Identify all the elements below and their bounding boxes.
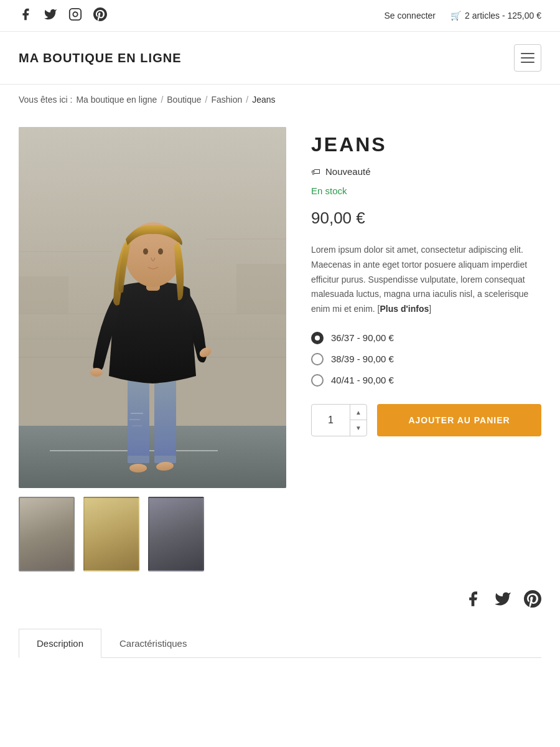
top-bar: Se connecter 🛒 2 articles - 125,00 € [0, 0, 560, 32]
svg-point-22 [158, 248, 163, 255]
size-option-1[interactable]: 36/37 - 90,00 € [311, 332, 541, 344]
social-icons [19, 7, 107, 24]
tag-icon: 🏷 [311, 166, 320, 177]
size-label-2: 38/39 - 90,00 € [331, 354, 394, 364]
product-price: 90,00 € [311, 209, 541, 228]
tabs-row: Description Caractéristiques [19, 629, 541, 658]
svg-point-17 [90, 368, 103, 377]
svg-rect-0 [70, 9, 81, 20]
hamburger-line [521, 57, 534, 59]
svg-rect-9 [154, 376, 176, 463]
product-title: JEANS [311, 133, 541, 156]
quantity-value: 1 [312, 415, 350, 426]
svg-rect-13 [128, 456, 149, 463]
product-tag: 🏷 Nouveauté [311, 166, 541, 177]
instagram-icon[interactable] [68, 7, 82, 24]
login-link[interactable]: Se connecter [385, 11, 436, 21]
hamburger-menu[interactable] [514, 44, 541, 72]
share-pinterest-icon[interactable] [524, 590, 541, 610]
product-description: Lorem ipsum dolor sit amet, consectetur … [311, 243, 541, 317]
share-row [0, 590, 560, 610]
breadcrumb-sep: / [246, 95, 248, 105]
breadcrumb: Vous êtes ici : Ma boutique en ligne / B… [0, 85, 560, 115]
size-option-2[interactable]: 38/39 - 90,00 € [311, 353, 541, 365]
product-section: JEANS 🏷 Nouveauté En stock 90,00 € Lorem… [0, 115, 560, 590]
main-product-image[interactable] [19, 127, 286, 488]
share-facebook-icon[interactable] [464, 590, 482, 610]
stock-status: En stock [311, 186, 541, 196]
facebook-icon[interactable] [19, 7, 32, 24]
breadcrumb-current: Jeans [252, 95, 275, 105]
thumbnail-3[interactable] [148, 497, 204, 571]
thumbnail-2[interactable] [83, 497, 139, 571]
size-label-1: 36/37 - 90,00 € [331, 332, 394, 343]
tab-characteristics[interactable]: Caractéristiques [101, 629, 205, 658]
hamburger-line [521, 62, 534, 63]
breadcrumb-home[interactable]: Ma boutique en ligne [76, 95, 157, 105]
product-images [19, 127, 286, 571]
tab-description[interactable]: Description [19, 629, 101, 658]
cart-label: 2 articles - 125,00 € [465, 11, 541, 21]
svg-point-21 [143, 248, 148, 255]
size-label-3: 40/41 - 90,00 € [331, 375, 394, 385]
top-right-actions: Se connecter 🛒 2 articles - 125,00 € [385, 11, 541, 21]
radio-38-39[interactable] [311, 353, 324, 365]
quantity-arrows: ▲ ▼ [350, 405, 366, 436]
more-info-link[interactable]: Plus d'infos [380, 304, 429, 314]
twitter-icon[interactable] [44, 7, 57, 24]
thumbnail-list [19, 497, 286, 571]
cart-area[interactable]: 🛒 2 articles - 125,00 € [450, 11, 541, 21]
breadcrumb-boutique[interactable]: Boutique [167, 95, 201, 105]
tag-label: Nouveauté [325, 166, 371, 177]
breadcrumb-sep: / [205, 95, 208, 105]
description-end: ] [429, 304, 431, 314]
size-options: 36/37 - 90,00 € 38/39 - 90,00 € 40/41 - … [311, 332, 541, 387]
svg-rect-25 [19, 276, 68, 314]
radio-36-37[interactable] [311, 332, 324, 344]
add-to-cart-button[interactable]: AJOUTER AU PANIER [377, 404, 541, 436]
share-twitter-icon[interactable] [494, 590, 511, 610]
breadcrumb-prefix: Vous êtes ici : [19, 95, 72, 105]
quantity-decrease[interactable]: ▼ [350, 420, 366, 436]
cart-icon: 🛒 [450, 11, 461, 21]
quantity-control: 1 ▲ ▼ [311, 404, 367, 436]
product-info: JEANS 🏷 Nouveauté En stock 90,00 € Lorem… [311, 127, 541, 571]
radio-40-41[interactable] [311, 374, 324, 387]
thumbnail-1[interactable] [19, 497, 75, 571]
header: MA BOUTIQUE EN LIGNE [0, 32, 560, 85]
brand-name[interactable]: MA BOUTIQUE EN LIGNE [19, 51, 181, 65]
svg-rect-6 [19, 426, 286, 488]
add-to-cart-row: 1 ▲ ▼ AJOUTER AU PANIER [311, 404, 541, 436]
breadcrumb-fashion[interactable]: Fashion [211, 95, 242, 105]
hamburger-line [521, 53, 534, 54]
pinterest-icon[interactable] [93, 7, 107, 24]
tabs-section: Description Caractéristiques [0, 629, 560, 658]
breadcrumb-sep: / [161, 95, 163, 105]
quantity-increase[interactable]: ▲ [350, 405, 366, 421]
size-option-3[interactable]: 40/41 - 90,00 € [311, 374, 541, 387]
svg-rect-26 [236, 264, 286, 314]
svg-point-15 [129, 464, 147, 472]
